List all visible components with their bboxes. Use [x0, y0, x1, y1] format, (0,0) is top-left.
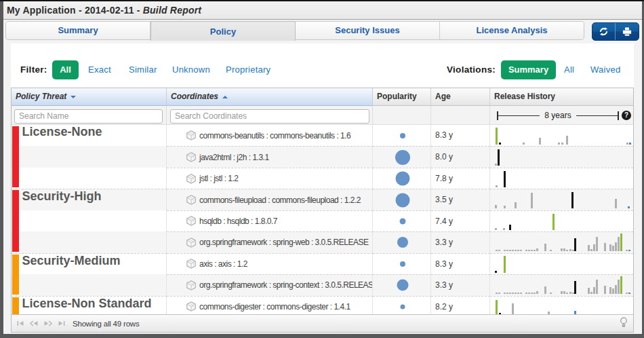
next-page-icon[interactable]: [44, 320, 52, 326]
coordinates-cell: java2html : j2h : 1.3.1: [167, 146, 373, 167]
policy-threat-group-label: Security-Medium: [12, 254, 166, 267]
violations-waived-link[interactable]: Waived: [590, 60, 620, 79]
policy-threat-group-label: License-None: [12, 125, 166, 138]
release-history-bar: [544, 286, 546, 294]
component-row[interactable]: License-Non Standardcommons-digester : c…: [12, 296, 633, 315]
search-coordinates-input[interactable]: [170, 109, 369, 124]
component-row[interactable]: Security-Highcommons-fileupload : common…: [12, 189, 633, 210]
release-history-bar: [534, 250, 536, 251]
popularity-dot: [397, 237, 408, 248]
release-history-bar: [504, 250, 506, 251]
release-history-bar: [506, 250, 508, 251]
popularity-dot: [400, 261, 405, 267]
filter-exact-link[interactable]: Exact: [88, 60, 111, 79]
release-history-bar: [517, 250, 519, 251]
popularity-cell: [373, 253, 431, 274]
column-header-release-history[interactable]: Release History: [490, 88, 633, 106]
print-button[interactable]: [616, 23, 639, 40]
release-history-bar: [612, 288, 614, 294]
lightbulb-icon[interactable]: [620, 317, 628, 331]
policy-threat-cell: [12, 146, 167, 167]
policy-threat-cell: Security-High: [12, 189, 167, 210]
filter-unknown-link[interactable]: Unknown: [172, 60, 210, 79]
release-history-bar: [496, 250, 498, 251]
filter-proprietary-link[interactable]: Proprietary: [226, 60, 270, 79]
prev-page-icon[interactable]: [30, 320, 38, 326]
release-history-bar: [550, 250, 552, 251]
toolbar-button-group: [592, 22, 639, 41]
age-cell: 8.2 y: [431, 296, 490, 315]
tab-policy[interactable]: Policy: [150, 21, 296, 41]
tab-security-issues[interactable]: Security Issues: [296, 22, 440, 39]
coordinate-text: org.springframework : spring-web : 3.0.5…: [199, 238, 368, 247]
policy-threat-bar: [12, 297, 19, 314]
component-icon: [186, 130, 196, 140]
component-row[interactable]: org.springframework : spring-context : 3…: [12, 274, 633, 295]
release-history-bar: [520, 250, 522, 251]
component-icon: [186, 152, 196, 162]
coordinate-text: commons-fileupload : commons-fileupload …: [199, 195, 361, 205]
coordinate-text: axis : axis : 1.2: [199, 259, 247, 269]
build-report-window: My Application - 2014-02-11 - Build Repo…: [0, 0, 644, 338]
filter-all-button[interactable]: All: [52, 60, 79, 79]
coordinates-cell: commons-beanutils : commons-beanutils : …: [167, 125, 373, 146]
release-history-bar: [563, 248, 565, 251]
column-header-coordinates[interactable]: Coordinates: [167, 88, 373, 106]
window-border-bottom: [0, 334, 644, 338]
column-header-policy-threat[interactable]: Policy Threat: [12, 88, 167, 106]
release-history-bar: [590, 249, 592, 251]
refresh-button[interactable]: [592, 23, 616, 40]
age-cell: 3.5 y: [431, 189, 490, 210]
release-history-bar: [558, 143, 560, 145]
release-history-bar: [499, 143, 501, 145]
component-row[interactable]: License-Nonecommons-beanutils : commons-…: [12, 125, 633, 146]
release-history-bar: [495, 205, 497, 208]
component-row[interactable]: hsqldb : hsqldb : 1.8.0.77.4 y: [12, 210, 633, 231]
component-icon: [186, 280, 196, 290]
tab-license-analysis[interactable]: License Analysis: [440, 22, 584, 39]
release-history-bar: [499, 313, 501, 314]
violations-all-link[interactable]: All: [564, 60, 574, 79]
release-history-bar: [509, 225, 511, 230]
violations-summary-button[interactable]: Summary: [501, 60, 556, 79]
component-row[interactable]: Security-Mediumaxis : axis : 1.28.3 y: [12, 253, 633, 274]
column-header-age[interactable]: Age: [431, 88, 490, 106]
component-row[interactable]: jstl : jstl : 1.27.8 y: [12, 168, 633, 189]
release-history-bar: [531, 193, 533, 208]
search-name-input[interactable]: [14, 109, 163, 124]
release-history-cell: [490, 210, 633, 231]
release-history-bar: [536, 291, 538, 294]
age-cell: 3.3 y: [431, 231, 490, 252]
age-cell: 8.0 y: [431, 146, 490, 167]
release-history-bar: [563, 291, 565, 294]
release-history-bar: [531, 250, 533, 251]
policy-threat-bar: [12, 126, 19, 187]
release-history-bar: [495, 228, 497, 230]
coordinate-text: org.springframework : spring-context : 3…: [199, 280, 373, 290]
coordinates-cell: hsqldb : hsqldb : 1.8.0.7: [167, 210, 373, 231]
last-page-icon[interactable]: [58, 320, 65, 326]
first-page-icon[interactable]: [17, 320, 24, 326]
tab-summary[interactable]: Summary: [6, 22, 150, 39]
component-row[interactable]: org.springframework : spring-web : 3.0.5…: [12, 231, 633, 252]
policy-threat-bar: [12, 190, 19, 251]
release-history-bar: [593, 244, 595, 251]
component-icon: [186, 259, 196, 269]
column-header-popularity[interactable]: Popularity: [373, 88, 431, 106]
help-icon[interactable]: ?: [622, 111, 631, 120]
release-history-bar: [609, 287, 611, 294]
filter-similar-link[interactable]: Similar: [129, 60, 157, 79]
release-history-bar: [512, 293, 514, 294]
release-history-bar: [574, 238, 576, 251]
release-history-bar: [525, 293, 527, 294]
age-value: 3.3 y: [431, 232, 489, 252]
popularity-cell: [373, 146, 431, 167]
release-history-cell: [490, 125, 633, 146]
release-history-bar: [618, 237, 620, 251]
popularity-cell: [373, 274, 431, 295]
component-row[interactable]: java2html : j2h : 1.3.18.0 y: [12, 146, 633, 167]
policy-threat-cell: [12, 168, 167, 189]
page-title: My Application - 2014-02-11 -: [7, 5, 143, 16]
history-scale-label: 8 years: [540, 111, 576, 120]
release-history-bar: [531, 293, 533, 294]
